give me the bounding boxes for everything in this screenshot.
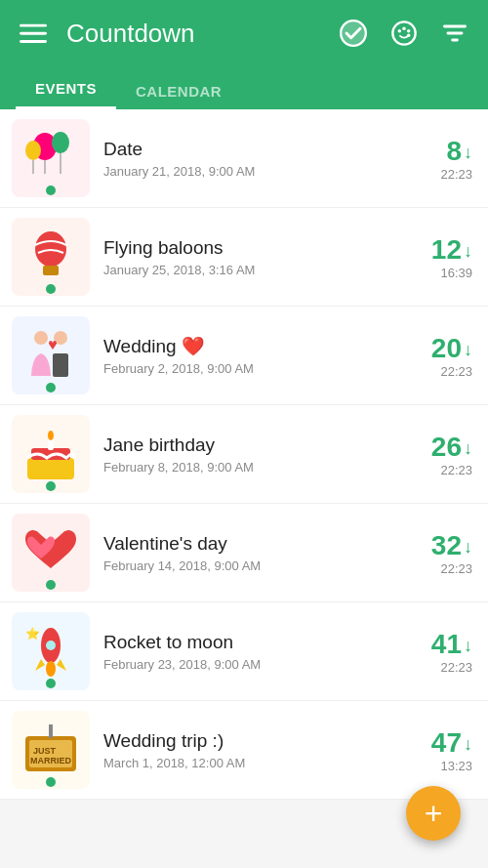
- event-days: 47↓: [404, 727, 472, 759]
- svg-text:⭐: ⭐: [25, 626, 40, 641]
- svg-point-15: [25, 141, 41, 160]
- event-list: Date January 21, 2018, 9:00 AM 8↓ 22:23: [0, 109, 488, 800]
- event-date: February 8, 2018, 9:00 AM: [103, 460, 404, 475]
- countdown-arrow: ↓: [464, 438, 472, 459]
- event-countdown: 41↓ 22:23: [404, 629, 472, 675]
- event-dot: [46, 186, 56, 195]
- event-time: 22:23: [404, 364, 472, 379]
- event-days: 26↓: [404, 432, 472, 463]
- event-time: 22:23: [404, 463, 472, 477]
- event-days: 12↓: [404, 234, 472, 266]
- svg-text:JUST: JUST: [33, 746, 57, 756]
- event-thumbnail: JUST MARRIED: [12, 711, 90, 789]
- app-header: Countdown: [0, 0, 488, 109]
- menu-icon[interactable]: [16, 16, 51, 51]
- countdown-arrow: ↓: [464, 636, 472, 656]
- svg-point-26: [46, 641, 56, 650]
- event-date: February 2, 2018, 9:00 AM: [103, 361, 404, 376]
- event-date: January 25, 2018, 3:16 AM: [103, 263, 404, 277]
- svg-rect-17: [43, 266, 59, 275]
- event-name: Date: [103, 139, 404, 160]
- event-thumbnail: [12, 415, 90, 493]
- countdown-arrow: ↓: [464, 241, 472, 262]
- svg-point-18: [34, 331, 48, 345]
- event-date: January 21, 2018, 9:00 AM: [103, 164, 404, 179]
- event-countdown: 20↓ 22:23: [404, 333, 472, 379]
- event-date: February 14, 2018, 9:00 AM: [103, 558, 404, 573]
- countdown-arrow: ↓: [464, 340, 472, 360]
- event-content: Wedding trip :) March 1, 2018, 12:00 AM: [90, 730, 404, 770]
- event-name: Valentine's day: [103, 533, 404, 555]
- svg-rect-33: [49, 724, 53, 738]
- svg-point-14: [52, 132, 69, 153]
- svg-point-8: [407, 29, 411, 33]
- event-dot: [46, 679, 56, 688]
- tab-events[interactable]: EVENTS: [16, 70, 116, 109]
- list-item[interactable]: JUST MARRIED Wedding trip :) March 1, 20…: [0, 701, 488, 800]
- event-time: 13:23: [404, 759, 472, 773]
- countdown-arrow: ↓: [464, 537, 472, 558]
- event-dot: [46, 284, 56, 294]
- event-time: 16:39: [404, 266, 472, 280]
- event-days: 8↓: [404, 136, 472, 167]
- svg-point-7: [402, 27, 406, 30]
- event-content: Date January 21, 2018, 9:00 AM: [90, 139, 404, 179]
- list-item[interactable]: Valentine's day February 14, 2018, 9:00 …: [0, 504, 488, 602]
- event-name: Rocket to moon: [103, 632, 404, 653]
- header-top: Countdown: [16, 0, 472, 66]
- svg-rect-0: [20, 24, 47, 27]
- event-name: Flying baloons: [103, 237, 404, 259]
- list-item[interactable]: Date January 21, 2018, 9:00 AM 8↓ 22:23: [0, 109, 488, 208]
- event-countdown: 26↓ 22:23: [404, 432, 472, 477]
- countdown-arrow: ↓: [464, 734, 472, 755]
- svg-text:MARRIED: MARRIED: [30, 756, 71, 765]
- tab-calendar[interactable]: CALENDAR: [116, 73, 241, 109]
- countdown-arrow: ↓: [464, 143, 472, 163]
- event-thumbnail: [12, 514, 90, 592]
- event-days: 41↓: [404, 629, 472, 660]
- event-dot: [46, 580, 56, 590]
- event-dot: [46, 777, 56, 787]
- list-item[interactable]: ⭐ Rocket to moon February 23, 2018, 9:00…: [0, 602, 488, 701]
- list-item[interactable]: Flying baloons January 25, 2018, 3:16 AM…: [0, 208, 488, 307]
- event-content: Rocket to moon February 23, 2018, 9:00 A…: [90, 632, 404, 672]
- event-dot: [46, 481, 56, 491]
- check-icon[interactable]: [336, 16, 371, 51]
- svg-rect-21: [27, 458, 74, 479]
- event-dot: [46, 383, 56, 393]
- event-thumbnail: [12, 218, 90, 296]
- svg-point-5: [392, 21, 415, 44]
- app-title: Countdown: [66, 19, 320, 49]
- event-name: Wedding ❤️: [103, 335, 404, 357]
- event-thumbnail: [12, 119, 90, 197]
- svg-rect-1: [20, 32, 47, 35]
- svg-rect-20: [53, 353, 68, 377]
- event-days: 20↓: [404, 333, 472, 364]
- svg-point-6: [398, 29, 402, 33]
- event-date: March 1, 2018, 12:00 AM: [103, 756, 404, 770]
- svg-point-24: [48, 431, 54, 440]
- event-time: 22:23: [404, 561, 472, 576]
- event-content: Flying baloons January 25, 2018, 3:16 AM: [90, 237, 404, 277]
- event-countdown: 32↓ 22:23: [404, 530, 472, 576]
- tab-bar: EVENTS CALENDAR: [16, 66, 472, 109]
- event-time: 22:23: [404, 167, 472, 182]
- event-time: 22:23: [404, 660, 472, 675]
- list-item[interactable]: Wedding ❤️ February 2, 2018, 9:00 AM 20↓…: [0, 307, 488, 405]
- event-countdown: 47↓ 13:23: [404, 727, 472, 773]
- svg-rect-2: [20, 40, 47, 43]
- palette-icon[interactable]: [386, 16, 422, 51]
- add-event-button[interactable]: +: [406, 786, 461, 841]
- event-name: Wedding trip :): [103, 730, 404, 752]
- event-thumbnail: ⭐: [12, 612, 90, 690]
- event-thumbnail: [12, 316, 90, 394]
- event-content: Valentine's day February 14, 2018, 9:00 …: [90, 533, 404, 573]
- sort-icon[interactable]: [437, 16, 472, 51]
- event-countdown: 8↓ 22:23: [404, 136, 472, 182]
- event-content: Jane birthday February 8, 2018, 9:00 AM: [90, 434, 404, 475]
- event-content: Wedding ❤️ February 2, 2018, 9:00 AM: [90, 335, 404, 376]
- list-item[interactable]: Jane birthday February 8, 2018, 9:00 AM …: [0, 405, 488, 504]
- event-days: 32↓: [404, 530, 472, 561]
- event-name: Jane birthday: [103, 434, 404, 456]
- svg-point-27: [46, 661, 56, 677]
